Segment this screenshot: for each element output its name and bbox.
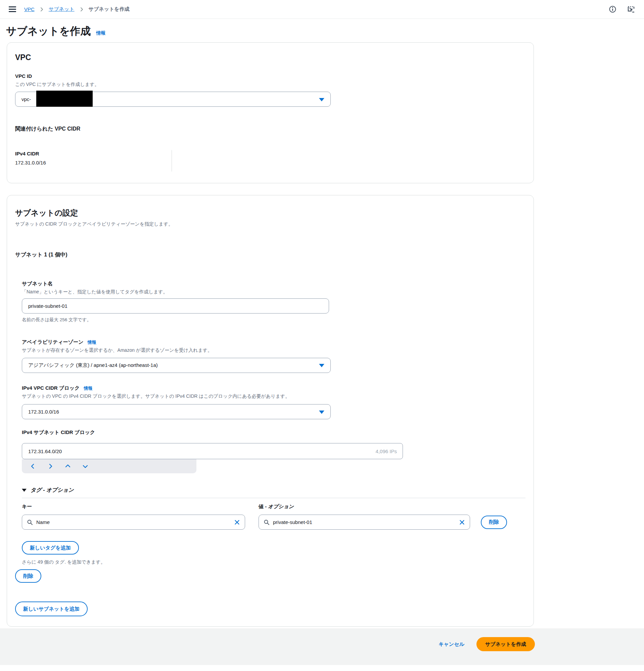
remove-tag-button[interactable]: 削除 xyxy=(481,516,507,529)
chevron-right-button[interactable] xyxy=(44,461,57,472)
chevron-right-icon xyxy=(79,7,84,12)
subnet-name-input[interactable] xyxy=(28,303,323,309)
caret-down-icon xyxy=(319,364,324,367)
page-title: サブネットを作成 xyxy=(6,26,91,37)
tag-value-label: 値 - オプション xyxy=(258,503,294,510)
caret-down-icon xyxy=(319,410,324,414)
divider xyxy=(22,498,526,498)
cancel-button[interactable]: キャンセル xyxy=(437,637,466,651)
breadcrumb-vpc[interactable]: VPC xyxy=(24,7,35,12)
clear-value-icon[interactable] xyxy=(459,519,465,525)
triangle-down-icon xyxy=(22,489,26,492)
tags-section-toggle[interactable]: タグ - オプション xyxy=(22,487,526,494)
subnet-cidr-input-wrap xyxy=(22,443,403,459)
associated-cidr-heading: 関連付けられた VPC CIDR xyxy=(15,126,526,132)
az-description: サブネットが存在するゾーンを選択するか、Amazon が選択するゾーンを受け入れ… xyxy=(22,347,526,353)
subnet-name-label: サブネット名 xyxy=(22,280,526,287)
chevron-up-button[interactable] xyxy=(61,461,74,472)
vpc-cidr-select[interactable]: 172.31.0.0/16 xyxy=(22,404,331,419)
menu-icon[interactable] xyxy=(9,7,16,12)
breadcrumb-current: サブネットを作成 xyxy=(89,6,130,12)
vpc-cidr-info-link[interactable]: 情報 xyxy=(84,385,92,391)
availability-zone-select[interactable]: アジアパシフィック (東京) / apne1-az4 (ap-northeast… xyxy=(22,358,331,373)
tags-section-label: タグ - オプション xyxy=(30,487,74,494)
tag-key-input-wrap xyxy=(22,515,245,530)
tag-key-label: キー xyxy=(22,503,258,510)
tags-remaining-hint: さらに 49 個の タグ. を追加できます。 xyxy=(22,559,526,565)
vpc-cidr-label: IPv4 VPC CIDR ブロック xyxy=(22,384,79,391)
subnet-name-hint: 名前の長さは最大 256 文字です。 xyxy=(22,317,526,323)
vpc-cidr-description: サブネットの VPC の IPv4 CIDR ブロックを選択します。サブネットの… xyxy=(22,393,526,400)
breadcrumb: VPC サブネット サブネットを作成 xyxy=(24,6,601,12)
search-icon xyxy=(264,519,270,525)
vpc-card: VPC VPC ID この VPC にサブネットを作成します。 vpc- 関連付… xyxy=(7,42,534,183)
tag-value-input[interactable] xyxy=(273,519,456,525)
remove-subnet-button[interactable]: 削除 xyxy=(15,569,41,583)
vpc-id-description: この VPC にサブネットを作成します。 xyxy=(15,81,526,88)
tag-value-input-wrap xyxy=(258,515,470,530)
associated-cidr-columns: IPv4 CIDR 172.31.0.0/16 xyxy=(15,150,526,183)
subnet-settings-heading: サブネットの設定 xyxy=(15,208,526,218)
chevron-right-icon xyxy=(39,7,44,12)
tag-key-input[interactable] xyxy=(36,519,231,525)
search-icon xyxy=(27,519,33,525)
subnet-counter: サブネット 1 (1 個中) xyxy=(15,251,526,258)
caret-down-icon xyxy=(319,98,324,101)
page-header: サブネットを作成 情報 xyxy=(0,19,644,42)
subnet-settings-card: サブネットの設定 サブネットの CIDR ブロックとアベイラビリティーゾーンを指… xyxy=(7,195,534,627)
az-selected-value: アジアパシフィック (東京) / apne1-az4 (ap-northeast… xyxy=(28,362,158,369)
chevron-down-button[interactable] xyxy=(79,461,92,472)
divider xyxy=(172,150,172,172)
create-subnet-button[interactable]: サブネットを作成 xyxy=(477,637,535,651)
add-subnet-button[interactable]: 新しいサブネットを追加 xyxy=(15,602,88,616)
info-icon[interactable] xyxy=(609,5,617,13)
footer-action-bar: キャンセル サブネットを作成 xyxy=(0,628,644,665)
subnet-cidr-label: IPv4 サブネット CIDR ブロック xyxy=(22,429,526,436)
terminal-icon[interactable] xyxy=(627,5,635,13)
breadcrumb-subnets[interactable]: サブネット xyxy=(49,6,75,12)
vpc-card-heading: VPC xyxy=(15,53,526,62)
subnet-name-description: 「Name」というキーと、指定した値を使用してタグを作成します。 xyxy=(22,288,526,295)
vpc-id-label: VPC ID xyxy=(15,73,526,79)
page-info-link[interactable]: 情報 xyxy=(96,30,105,36)
ipv4-cidr-value: 172.31.0.0/16 xyxy=(15,160,172,165)
clear-key-icon[interactable] xyxy=(234,519,240,525)
top-navigation-bar: VPC サブネット サブネットを作成 xyxy=(0,0,644,19)
add-tag-button[interactable]: 新しいタグを追加 xyxy=(22,541,79,555)
vpc-id-selected-value: vpc- xyxy=(22,96,31,102)
ipv4-cidr-label: IPv4 CIDR xyxy=(15,150,172,157)
cidr-stepper-bar xyxy=(22,459,197,473)
subnet-cidr-input[interactable] xyxy=(28,448,366,454)
subnet-settings-description: サブネットの CIDR ブロックとアベイラビリティーゾーンを指定します。 xyxy=(15,220,526,227)
vpc-cidr-selected-value: 172.31.0.0/16 xyxy=(28,409,59,415)
chevron-left-button[interactable] xyxy=(26,461,39,472)
vpc-id-select[interactable]: vpc- xyxy=(15,92,331,107)
az-label: アベイラビリティーゾーン xyxy=(22,338,84,345)
az-info-link[interactable]: 情報 xyxy=(88,339,96,345)
subnet-name-input-wrap xyxy=(22,299,329,314)
redacted-vpc-id xyxy=(36,91,93,107)
